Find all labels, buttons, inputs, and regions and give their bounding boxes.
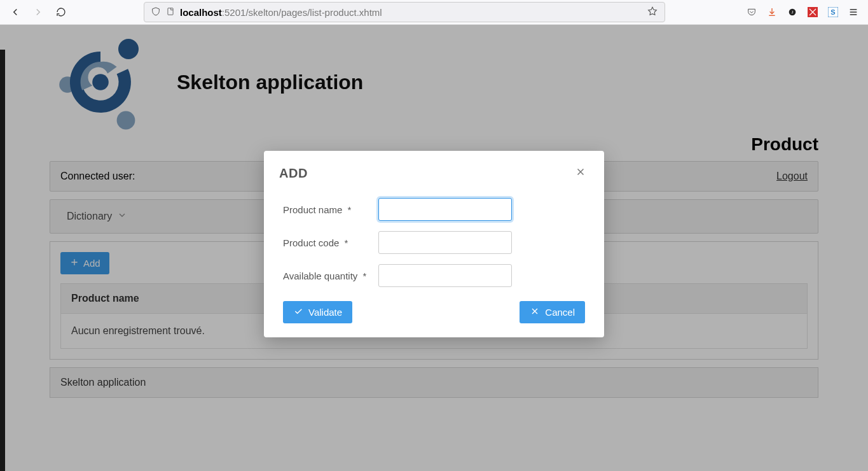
scrollbar[interactable] <box>860 50 867 471</box>
product-code-input[interactable] <box>378 231 512 254</box>
dialog-title: ADD <box>279 166 308 181</box>
url-bar[interactable]: localhost:5201/skelton/pages/list-produc… <box>144 2 665 22</box>
page-icon <box>166 7 175 18</box>
product-name-label: Product name * <box>283 204 378 215</box>
pocket-icon[interactable] <box>746 6 757 18</box>
download-icon[interactable] <box>766 6 778 18</box>
reload-button[interactable] <box>51 2 71 22</box>
extension-red-icon[interactable] <box>807 6 818 18</box>
validate-button-label: Validate <box>308 307 342 318</box>
browser-toolbar: localhost:5201/skelton/pages/list-produc… <box>0 0 868 25</box>
svg-rect-0 <box>168 8 173 15</box>
cancel-button[interactable]: Cancel <box>520 301 585 323</box>
check-icon <box>293 306 303 318</box>
validate-button[interactable]: Validate <box>283 301 352 323</box>
account-icon[interactable]: J <box>787 6 798 18</box>
close-icon <box>575 165 586 181</box>
svg-text:J: J <box>792 10 794 14</box>
svg-text:S: S <box>830 8 835 16</box>
back-button[interactable] <box>5 2 25 22</box>
shield-icon <box>151 6 161 18</box>
bookmark-star-icon[interactable] <box>647 6 658 19</box>
cancel-button-label: Cancel <box>545 307 575 318</box>
add-dialog: ADD Product name * Product <box>264 151 604 337</box>
hamburger-menu-icon[interactable] <box>848 6 859 18</box>
x-icon <box>530 306 540 318</box>
url-text: localhost:5201/skelton/pages/list-produc… <box>180 7 382 18</box>
available-qty-input[interactable] <box>378 264 512 287</box>
forward-button[interactable] <box>28 2 48 22</box>
product-name-input[interactable] <box>378 198 512 221</box>
toolbar-right: J S <box>746 6 863 18</box>
modal-overlay: ADD Product name * Product <box>0 25 868 471</box>
dialog-close-button[interactable] <box>572 162 589 184</box>
available-qty-label: Available quantity * <box>283 271 378 281</box>
product-code-label: Product code * <box>283 237 378 248</box>
extension-s-icon[interactable]: S <box>827 6 839 18</box>
